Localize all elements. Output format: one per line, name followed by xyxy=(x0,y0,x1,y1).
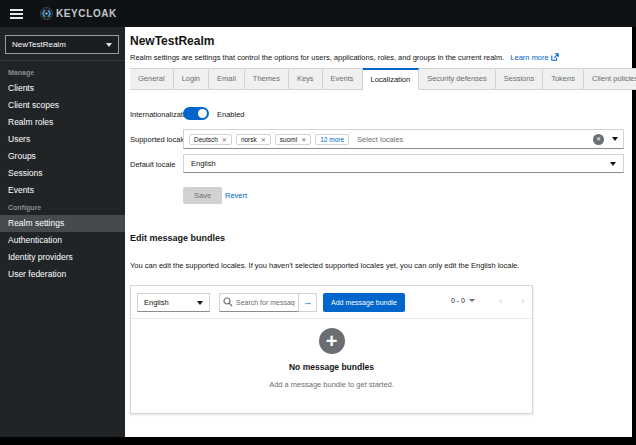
next-page-icon[interactable]: › xyxy=(521,294,525,306)
locale-chip-list: Deutsch✕norsk✕suomi✕ xyxy=(189,134,315,145)
previous-page-icon[interactable]: ‹ xyxy=(499,294,503,306)
remove-chip-icon[interactable]: ✕ xyxy=(261,136,266,143)
realm-selector[interactable]: NewTestRealm xyxy=(5,35,119,54)
search-input[interactable] xyxy=(219,293,299,312)
supported-locales-label: Supported locales xyxy=(130,135,190,144)
sidebar-item[interactable]: Realm roles xyxy=(0,114,125,131)
realm-selector-value: NewTestRealm xyxy=(12,40,66,49)
external-link-icon xyxy=(551,53,559,61)
tab[interactable]: General xyxy=(130,68,174,90)
tab[interactable]: Sessions xyxy=(496,68,543,90)
sidebar-item[interactable]: Identity providers xyxy=(0,249,125,266)
sidebar-item[interactable]: Authentication xyxy=(0,232,125,249)
page-description: Realm settings are settings that control… xyxy=(130,53,559,62)
sidebar: NewTestRealm Manage ClientsClient scopes… xyxy=(0,27,125,437)
tab[interactable]: Tokens xyxy=(543,68,584,90)
nav-manage-list: ClientsClient scopesRealm rolesUsersGrou… xyxy=(0,80,125,199)
bundles-description: You can edit the supported locales. If y… xyxy=(130,261,519,270)
nav-group-configure-label: Configure xyxy=(8,204,41,211)
nav-group-manage-label: Manage xyxy=(8,69,34,76)
chevron-down-icon xyxy=(106,43,112,47)
chevron-down-icon xyxy=(610,162,616,166)
empty-state-description: Add a message bundle to get started. xyxy=(131,380,532,389)
main-content: NewTestRealm Realm settings are settings… xyxy=(125,27,632,437)
toggle-knob-icon xyxy=(198,109,207,118)
tab[interactable]: Themes xyxy=(245,68,289,90)
pagination-range: 0 - 0 xyxy=(451,297,465,304)
tab[interactable]: Localization xyxy=(363,68,420,90)
locale-chip: suomi✕ xyxy=(275,134,311,145)
app-header: KEYCLOAK xyxy=(0,0,636,27)
page-title: NewTestRealm xyxy=(130,34,214,48)
pagination-options-icon[interactable] xyxy=(469,299,475,302)
clear-selection-icon[interactable]: ✕ xyxy=(593,134,604,145)
plus-circle-icon[interactable]: + xyxy=(319,328,345,354)
bundle-locale-value: English xyxy=(144,298,169,307)
remove-chip-icon[interactable]: ✕ xyxy=(301,136,306,143)
sidebar-item[interactable]: Sessions xyxy=(0,165,125,182)
tab[interactable]: Client policies xyxy=(584,68,636,90)
keycloak-logo-icon xyxy=(40,7,53,20)
sidebar-item[interactable]: Realm settings xyxy=(0,215,125,232)
tab[interactable]: Login xyxy=(174,68,209,90)
chevron-down-icon[interactable] xyxy=(612,137,618,141)
more-locales-chip[interactable]: 12 more xyxy=(315,134,349,145)
bundle-locale-select[interactable]: English xyxy=(137,293,210,312)
remove-chip-icon[interactable]: ✕ xyxy=(222,136,227,143)
bundle-search: → xyxy=(219,293,317,312)
sidebar-item[interactable]: User federation xyxy=(0,266,125,283)
learn-more-link[interactable]: Learn more xyxy=(510,53,558,62)
default-locale-select[interactable]: English xyxy=(183,154,624,173)
locale-chip: norsk✕ xyxy=(236,134,271,145)
pagination: 0 - 0 xyxy=(451,297,475,304)
tab[interactable]: Email xyxy=(209,68,245,90)
chevron-down-icon xyxy=(197,301,203,305)
sidebar-divider xyxy=(0,60,125,61)
default-locale-value: English xyxy=(191,159,216,168)
brand-name: KEYCLOAK xyxy=(56,8,117,19)
sidebar-item[interactable]: Groups xyxy=(0,148,125,165)
save-button[interactable]: Save xyxy=(183,187,222,204)
revert-link[interactable]: Revert xyxy=(225,191,247,200)
supported-locales-multiselect[interactable]: Deutsch✕norsk✕suomi✕ 12 more Select loca… xyxy=(183,129,624,149)
sidebar-item[interactable]: Clients xyxy=(0,80,125,97)
keycloak-logo: KEYCLOAK xyxy=(40,7,117,20)
empty-state: + No message bundles Add a message bundl… xyxy=(131,328,532,389)
empty-state-title: No message bundles xyxy=(131,362,532,372)
select-locales-placeholder: Select locales xyxy=(357,135,593,144)
hamburger-menu-icon[interactable] xyxy=(10,9,23,19)
sidebar-item[interactable]: Events xyxy=(0,182,125,199)
default-locale-label: Default locale xyxy=(130,160,175,169)
search-submit-button[interactable]: → xyxy=(299,293,317,312)
bundles-toolbar: English → Add message bundle 0 - 0 ‹ › xyxy=(131,286,532,319)
tab[interactable]: Events xyxy=(323,68,363,90)
bundles-heading: Edit message bundles xyxy=(130,233,225,243)
message-bundles-panel: English → Add message bundle 0 - 0 ‹ › +… xyxy=(130,285,533,414)
realm-settings-tabs: GeneralLoginEmailThemesKeysEventsLocaliz… xyxy=(130,68,632,90)
sidebar-item[interactable]: Client scopes xyxy=(0,97,125,114)
nav-configure-list: Realm settingsAuthenticationIdentity pro… xyxy=(0,215,125,283)
tab[interactable]: Security defenses xyxy=(419,68,496,90)
locale-chip: Deutsch✕ xyxy=(189,134,232,145)
add-message-bundle-button[interactable]: Add message bundle xyxy=(323,293,405,312)
internationalization-toggle[interactable] xyxy=(183,107,209,120)
toggle-state-label: Enabled xyxy=(217,110,245,119)
tab[interactable]: Keys xyxy=(289,68,323,90)
sidebar-item[interactable]: Users xyxy=(0,131,125,148)
